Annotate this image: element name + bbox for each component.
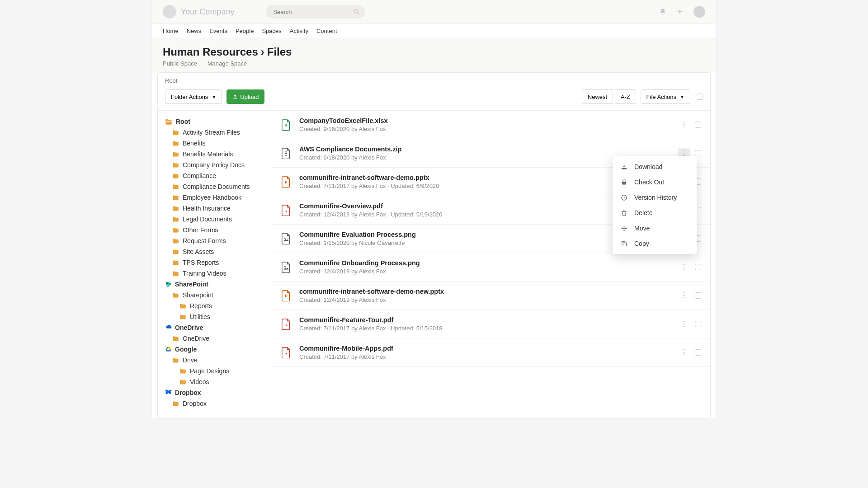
tree-folder[interactable]: Request Forms [158, 235, 272, 246]
file-name: AWS Compliance Documents.zip [299, 145, 670, 153]
tree-folder[interactable]: OneDrive [158, 333, 272, 344]
file-row[interactable]: AWS Compliance Documents.zipCreated: 6/1… [272, 139, 710, 168]
context-clock[interactable]: Version History [613, 190, 697, 205]
kebab-icon[interactable]: ⋮ [678, 319, 690, 329]
page-subtitle: Public Space · Manage Space [163, 60, 705, 67]
file-row[interactable]: Communifire Onboarding Process.pngCreate… [272, 253, 710, 282]
file-row[interactable]: Pcommunifire-intranet-software-demo-new.… [272, 282, 710, 310]
kebab-icon[interactable]: ⋮ [678, 119, 690, 130]
folder-icon [172, 151, 179, 157]
plus-icon[interactable] [676, 8, 684, 15]
nav-home[interactable]: Home [163, 28, 179, 34]
tree-folder[interactable]: Utilities [158, 311, 272, 322]
tree-folder[interactable]: Legal Documents [158, 214, 272, 225]
tree-folder[interactable]: Dropbox [158, 398, 272, 409]
tree-service[interactable]: OneDrive [158, 322, 272, 333]
tree-folder[interactable]: Benefits [158, 138, 272, 149]
file-name: Communifire Onboarding Process.png [299, 259, 670, 267]
svg-text:♦: ♦ [285, 209, 287, 213]
tree-folder[interactable]: Page Designs [158, 366, 272, 376]
tree-root[interactable]: Root [158, 116, 272, 127]
tree-folder[interactable]: Compliance Documents [158, 181, 272, 192]
file-row[interactable]: ♦Communifire-Feature-Tour.pdfCreated: 7/… [272, 310, 710, 338]
nav-activity[interactable]: Activity [290, 28, 308, 34]
row-checkbox[interactable] [695, 122, 701, 128]
nav-content[interactable]: Content [316, 28, 337, 34]
context-move[interactable]: Move [613, 221, 697, 236]
folder-actions-button[interactable]: Folder Actions▼ [165, 89, 222, 104]
kebab-icon[interactable]: ⋮ [678, 262, 690, 272]
tree-service[interactable]: SharePoint [158, 279, 272, 290]
row-checkbox[interactable] [695, 292, 701, 299]
file-info: communifire-intranet-software-demo-new.p… [299, 288, 670, 303]
tree-folder[interactable]: TPS Reports [158, 257, 272, 268]
tree-service[interactable]: Google [158, 344, 272, 355]
tree-folder[interactable]: Training Videos [158, 268, 272, 279]
bell-icon[interactable] [659, 8, 666, 15]
tree-folder[interactable]: Site Assets [158, 246, 272, 257]
file-type-icon: ♦ [281, 204, 292, 216]
folder-label: Health Insurance [183, 205, 231, 212]
sort-group: Newest A-Z [582, 89, 636, 104]
context-lock[interactable]: Check Out [613, 174, 697, 190]
file-meta: Created: 7/11/2017 by Alexis Fox [299, 353, 670, 360]
row-checkbox[interactable] [695, 349, 701, 356]
kebab-icon[interactable]: ⋮ [678, 347, 690, 358]
toolbar-right: Newest A-Z File Actions▼ [582, 89, 703, 104]
context-label: Version History [634, 194, 677, 201]
nav-events[interactable]: Events [209, 28, 227, 34]
company-avatar-icon [163, 5, 176, 19]
folder-label: Site Assets [183, 248, 214, 255]
tree-folder[interactable]: Company Policy Docs [158, 160, 272, 170]
file-meta: Created: 9/16/2020 by Alexis Fox [299, 126, 670, 132]
file-info: Communifire Onboarding Process.pngCreate… [299, 259, 670, 275]
newest-button[interactable]: Newest [582, 89, 613, 104]
folder-icon [172, 260, 179, 266]
file-name: CompanyTodoExcelFile.xlsx [299, 117, 670, 124]
row-checkbox[interactable] [695, 321, 701, 327]
context-download[interactable]: Download [613, 159, 697, 174]
tree-folder[interactable]: Other Forms [158, 225, 272, 235]
select-all-checkbox[interactable] [697, 94, 703, 100]
row-checkbox[interactable] [695, 150, 701, 156]
folder-label: Reports [190, 302, 212, 310]
tree-folder[interactable]: Activity Stream Files [158, 127, 272, 138]
folder-icon [172, 184, 179, 190]
upload-button[interactable]: Upload [226, 89, 264, 104]
download-icon [621, 164, 628, 170]
service-icon [165, 324, 171, 331]
folder-label: Other Forms [183, 226, 218, 234]
user-avatar-icon[interactable] [693, 6, 705, 18]
file-row[interactable]: ♦Communifire-Mobile-Apps.pdfCreated: 7/1… [272, 338, 710, 367]
file-row[interactable]: XCompanyTodoExcelFile.xlsxCreated: 9/16/… [272, 111, 710, 139]
tree-service[interactable]: Dropbox [158, 387, 272, 398]
tree-folder[interactable]: Videos [158, 376, 272, 387]
tree-folder[interactable]: Compliance [158, 170, 272, 181]
nav-spaces[interactable]: Spaces [262, 28, 281, 34]
company-logo[interactable]: Your Company [163, 5, 234, 19]
nav-news[interactable]: News [187, 28, 202, 34]
context-menu: DownloadCheck OutVersion HistoryDeleteMo… [613, 156, 697, 254]
file-actions-button[interactable]: File Actions▼ [641, 89, 690, 104]
tree-folder[interactable]: Reports [158, 300, 272, 311]
svg-rect-8 [285, 151, 287, 152]
az-button[interactable]: A-Z [615, 89, 636, 104]
kebab-icon[interactable]: ⋮ [678, 290, 690, 301]
nav-bar: Home News Events People Spaces Activity … [152, 24, 716, 38]
breadcrumb[interactable]: Root [158, 73, 710, 87]
tree-folder[interactable]: Health Insurance [158, 203, 272, 214]
tree-folder[interactable]: Sharepoint [158, 290, 272, 300]
tree-folder[interactable]: Benefits Materials [158, 149, 272, 160]
tree-folder[interactable]: Employee Handbook [158, 192, 272, 203]
context-copy[interactable]: Copy [613, 236, 697, 251]
tree-folder[interactable]: Drive [158, 355, 272, 366]
svg-text:P: P [285, 294, 288, 298]
public-space-link[interactable]: Public Space [163, 60, 197, 67]
context-trash[interactable]: Delete [613, 205, 697, 221]
row-checkbox[interactable] [695, 264, 701, 270]
nav-people[interactable]: People [236, 28, 254, 34]
manage-space-link[interactable]: Manage Space [208, 60, 247, 67]
company-name: Your Company [181, 7, 234, 17]
svg-point-17 [284, 266, 286, 267]
search-input[interactable] [266, 5, 365, 19]
